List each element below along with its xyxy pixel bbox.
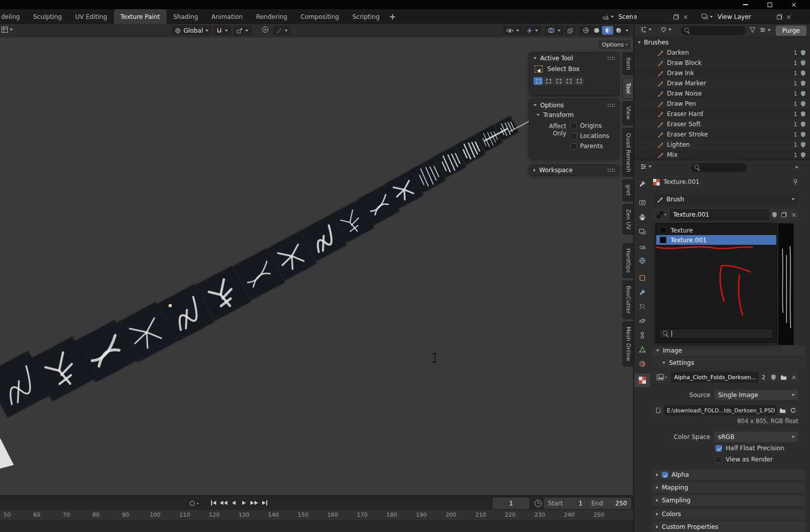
settings-subpanel-header[interactable]: Settings bbox=[652, 358, 805, 367]
visibility-dropdown[interactable] bbox=[503, 26, 522, 35]
xray-toggle[interactable] bbox=[565, 26, 575, 35]
sidebar-tab-mesh-online[interactable]: Mesh Online bbox=[622, 321, 634, 366]
options-panel-header[interactable]: Options bbox=[529, 100, 619, 111]
brush-list-item[interactable]: Draw Marker 1 bbox=[634, 78, 810, 88]
tab-sculpting[interactable]: Sculpting bbox=[27, 9, 68, 24]
scene-copy-icon[interactable] bbox=[674, 14, 679, 19]
shading-solid-button[interactable] bbox=[591, 27, 602, 34]
brush-list-item[interactable]: Eraser Hard 1 bbox=[634, 109, 810, 119]
prev-keyframe-button[interactable] bbox=[219, 498, 228, 507]
shading-rendered-button[interactable] bbox=[613, 27, 624, 34]
play-button[interactable] bbox=[239, 498, 249, 507]
active-tool-row[interactable]: Select Box bbox=[529, 64, 619, 74]
timeline-channels[interactable] bbox=[0, 520, 634, 532]
half-float-checkbox[interactable] bbox=[715, 445, 722, 452]
affect-locations-row[interactable]: Locations bbox=[570, 132, 609, 140]
tab-texture-paint[interactable]: Texture Paint bbox=[114, 9, 167, 24]
custom-properties-panel-header[interactable]: Custom Properties bbox=[652, 522, 805, 532]
file-icon-button[interactable] bbox=[653, 405, 663, 415]
panel-grip[interactable] bbox=[607, 103, 615, 108]
frame-end-field[interactable]: End 250 bbox=[587, 498, 631, 509]
reload-image-button[interactable] bbox=[788, 405, 798, 415]
properties-tab-material[interactable] bbox=[635, 358, 650, 370]
fake-user-shield-icon[interactable] bbox=[800, 70, 806, 76]
timeline-ruler[interactable]: 5060708090100110120130140150160170180190… bbox=[0, 510, 634, 520]
sampling-panel-header[interactable]: Sampling bbox=[652, 495, 805, 505]
texture-browse-button[interactable] bbox=[653, 209, 669, 220]
fake-user-shield-icon[interactable] bbox=[800, 80, 806, 86]
maximize-button[interactable] bbox=[758, 0, 781, 9]
pin-icon[interactable] bbox=[793, 179, 798, 186]
auto-keyframe-button[interactable] bbox=[187, 499, 201, 508]
image-users-button[interactable]: 2 bbox=[759, 372, 768, 383]
select-mode-new[interactable] bbox=[534, 77, 543, 85]
current-frame-field[interactable]: 1 bbox=[493, 498, 529, 509]
texture-new-copy-button[interactable] bbox=[779, 209, 789, 220]
select-mode-invert[interactable] bbox=[564, 77, 573, 85]
sidebar-tab-quad-remesh[interactable]: Quad Remesh bbox=[622, 128, 634, 177]
texture-name-field[interactable]: Texture.001 bbox=[670, 209, 769, 220]
view-layer-copy-icon[interactable] bbox=[777, 14, 782, 19]
minimize-button[interactable] bbox=[734, 0, 757, 9]
brush-list-item[interactable]: Draw Pen 1 bbox=[634, 99, 810, 109]
gizmos-dropdown[interactable] bbox=[523, 26, 541, 35]
properties-tab-output[interactable] bbox=[635, 211, 650, 223]
properties-tab-view-layer[interactable] bbox=[635, 226, 650, 238]
use-preview-range-clock-icon[interactable] bbox=[535, 500, 542, 507]
tab-scripting[interactable]: Scripting bbox=[345, 9, 386, 24]
properties-tab-constraints[interactable] bbox=[635, 329, 650, 341]
workspace-panel-header[interactable]: Workspace bbox=[529, 165, 619, 175]
affect-origins-row[interactable]: Origins bbox=[570, 122, 609, 129]
shading-material-button[interactable] bbox=[602, 26, 613, 35]
sidebar-tab-view[interactable]: View bbox=[622, 101, 634, 125]
dropdown-item-texture[interactable]: Texture bbox=[656, 225, 776, 235]
alpha-panel-header[interactable]: Alpha bbox=[652, 470, 805, 480]
play-reverse-button[interactable] bbox=[229, 498, 239, 507]
brush-context-dropdown[interactable]: Brush bbox=[653, 194, 798, 205]
fake-user-shield-icon[interactable] bbox=[800, 152, 806, 158]
properties-tab-render[interactable] bbox=[635, 196, 650, 209]
fake-user-shield-icon[interactable] bbox=[800, 60, 806, 66]
editor-type-button[interactable] bbox=[1, 26, 13, 33]
proportional-edit-button[interactable] bbox=[262, 26, 269, 33]
jump-to-start-button[interactable] bbox=[209, 498, 218, 507]
view-layer-remove-icon[interactable] bbox=[786, 15, 791, 19]
properties-tab-tool[interactable] bbox=[635, 178, 650, 190]
properties-search-input[interactable] bbox=[691, 163, 747, 172]
image-open-button[interactable] bbox=[778, 372, 789, 383]
origins-checkbox[interactable] bbox=[570, 123, 577, 129]
shading-wireframe-button[interactable] bbox=[581, 27, 591, 34]
source-dropdown[interactable]: Single Image bbox=[714, 390, 798, 400]
image-name-field[interactable]: Alpha_Cloth_Folds_Derksen... bbox=[671, 372, 758, 383]
properties-tab-object-data[interactable] bbox=[635, 343, 650, 356]
outliner-editor-type-button[interactable] bbox=[640, 26, 652, 33]
properties-tab-modifiers[interactable] bbox=[635, 286, 650, 298]
active-tool-panel-header[interactable]: Active Tool bbox=[529, 53, 619, 64]
close-button[interactable] bbox=[782, 0, 805, 9]
overlays-dropdown[interactable] bbox=[544, 26, 564, 35]
colors-panel-header[interactable]: Colors bbox=[652, 509, 805, 519]
outliner-options-dropdown[interactable] bbox=[759, 27, 771, 33]
next-keyframe-button[interactable] bbox=[249, 498, 259, 507]
panel-grip[interactable] bbox=[607, 168, 615, 173]
sidebar-tab-boxcutter[interactable]: BoxCutter bbox=[622, 281, 634, 319]
scene-name-field[interactable]: Scene bbox=[615, 12, 682, 22]
tab-compositing[interactable]: Compositing bbox=[294, 9, 345, 24]
dropdown-search-input[interactable] bbox=[659, 329, 773, 339]
dropdown-item-texture-001[interactable]: Texture.001 bbox=[656, 235, 776, 245]
vertical-splitter[interactable] bbox=[633, 9, 634, 532]
shading-dropdown-caret[interactable] bbox=[626, 30, 629, 32]
properties-tab-object[interactable] bbox=[635, 272, 650, 284]
image-browse-button[interactable] bbox=[653, 372, 670, 383]
image-panel-header[interactable]: Image bbox=[652, 345, 805, 356]
mapping-panel-header[interactable]: Mapping bbox=[652, 482, 805, 493]
texture-fake-user-button[interactable] bbox=[770, 209, 779, 220]
properties-tab-scene[interactable] bbox=[635, 240, 650, 252]
properties-tab-texture[interactable] bbox=[634, 374, 650, 387]
brush-list-item[interactable]: Mix 1 bbox=[634, 150, 810, 160]
frame-start-field[interactable]: Start 1 bbox=[544, 498, 587, 509]
snap-toggle-dropdown[interactable] bbox=[213, 26, 231, 35]
panel-grip[interactable] bbox=[607, 56, 615, 61]
outliner-display-mode-dropdown[interactable] bbox=[660, 26, 672, 33]
brush-list-item[interactable]: Darken 1 bbox=[634, 48, 810, 58]
